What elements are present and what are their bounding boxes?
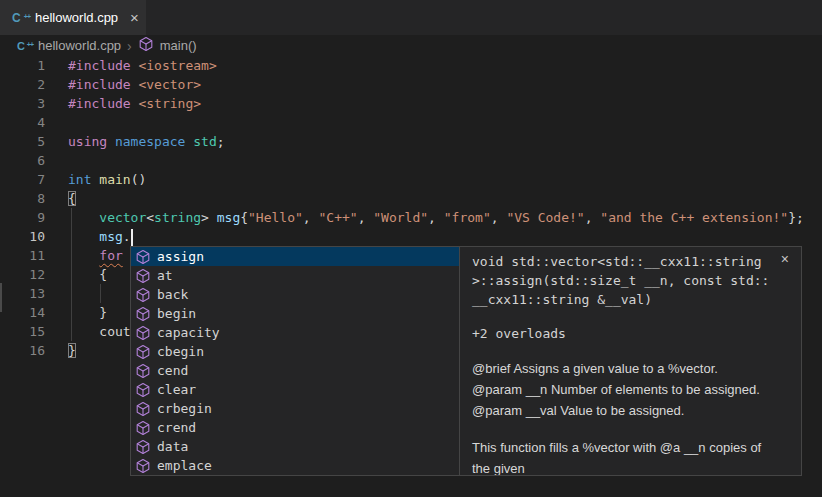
breadcrumb-symbol-icon-slot	[138, 36, 154, 55]
code-text: #include <iostream>	[68, 56, 217, 75]
code-text: for	[68, 246, 123, 265]
suggestion-label: clear	[157, 382, 196, 397]
code-line[interactable]: 8{	[0, 189, 822, 208]
line-number: 1	[0, 58, 68, 73]
code-text: #include <vector>	[68, 75, 201, 94]
code-text: msg.	[68, 227, 133, 246]
code-text: {	[68, 189, 76, 208]
line-number: 13	[0, 286, 68, 301]
close-icon[interactable]: ×	[781, 251, 789, 267]
suggestion-label: emplace	[157, 458, 212, 473]
suggestion-item[interactable]: crend	[131, 418, 459, 437]
signature-line: __cxx11::string &__val)	[472, 290, 789, 309]
method-icon	[135, 268, 151, 284]
code-text: vector<string> msg{"Hello", "C++", "Worl…	[68, 208, 804, 227]
code-text: using namespace std;	[68, 132, 225, 151]
method-icon	[135, 363, 151, 379]
suggestion-label: assign	[157, 249, 204, 264]
intellisense-suggest-widget: assign at back begin capacity cbegi	[130, 246, 802, 476]
suggestion-label: begin	[157, 306, 196, 321]
suggestion-item[interactable]: data	[131, 437, 459, 456]
method-icon	[135, 344, 151, 360]
suggestion-label: cbegin	[157, 344, 204, 359]
suggestion-item[interactable]: assign	[131, 247, 459, 266]
method-icon	[135, 420, 151, 436]
code-text: }	[68, 341, 76, 360]
suggestion-label: cend	[157, 363, 188, 378]
suggestion-item[interactable]: cend	[131, 361, 459, 380]
suggestion-item[interactable]: emplace	[131, 456, 459, 475]
doc-tags: @brief Assigns a given value to a %vecto…	[472, 358, 789, 421]
code-text: #include <string>	[68, 94, 201, 113]
method-icon	[135, 249, 151, 265]
suggest-list: assign at back begin capacity cbegi	[131, 247, 459, 475]
code-line[interactable]: 9 vector<string> msg{"Hello", "C++", "Wo…	[0, 208, 822, 227]
signature-line: >::assign(std::size_t __n, const std::	[472, 271, 789, 290]
code-text: }	[68, 303, 107, 322]
tab-bar: C++ helloworld.cpp ×	[0, 0, 822, 35]
suggestion-item[interactable]: back	[131, 285, 459, 304]
cpp-file-icon: C++	[12, 10, 29, 26]
code-line[interactable]: 2#include <vector>	[0, 75, 822, 94]
line-number: 8	[0, 191, 68, 206]
breadcrumb-file[interactable]: helloworld.cpp	[38, 38, 121, 53]
suggestion-label: crend	[157, 420, 196, 435]
doc-line: @param __n Number of elements to be assi…	[472, 379, 789, 400]
suggestion-label: back	[157, 287, 188, 302]
signature: void std::vector<std::__cxx11::string>::…	[472, 252, 789, 309]
indent-guide	[71, 208, 72, 341]
line-number: 3	[0, 96, 68, 111]
line-number: 10	[0, 229, 68, 244]
signature-line: void std::vector<std::__cxx11::string	[472, 252, 789, 271]
suggestion-label: at	[157, 268, 173, 283]
method-icon	[135, 458, 151, 474]
code-line[interactable]: 7int main()	[0, 170, 822, 189]
breadcrumb-symbol[interactable]: main()	[160, 38, 197, 53]
code-line[interactable]: 3#include <string>	[0, 94, 822, 113]
suggestion-item[interactable]: capacity	[131, 323, 459, 342]
tab-close-icon[interactable]: ×	[130, 10, 139, 25]
left-edge-scrollbar-sliver	[0, 283, 2, 312]
method-icon	[135, 325, 151, 341]
suggestion-item[interactable]: at	[131, 266, 459, 285]
doc-line: the given	[472, 458, 789, 475]
code-line[interactable]: 6	[0, 151, 822, 170]
indent-guide	[100, 284, 101, 303]
code-line[interactable]: 10 msg.	[0, 227, 822, 246]
suggestion-item[interactable]: crbegin	[131, 399, 459, 418]
code-line[interactable]: 1#include <iostream>	[0, 56, 822, 75]
suggestion-item[interactable]: cbegin	[131, 342, 459, 361]
code-line[interactable]: 5using namespace std;	[0, 132, 822, 151]
line-number: 6	[0, 153, 68, 168]
code-text: int main()	[68, 170, 146, 189]
line-number: 16	[0, 343, 68, 358]
method-icon	[135, 439, 151, 455]
method-icon	[135, 287, 151, 303]
line-number: 14	[0, 305, 68, 320]
code-text: cout	[68, 322, 131, 341]
doc-paragraph: This function fills a %vector with @a __…	[472, 437, 789, 475]
tab-helloworld-cpp[interactable]: C++ helloworld.cpp ×	[0, 0, 146, 35]
line-number: 12	[0, 267, 68, 282]
suggestion-item[interactable]: clear	[131, 380, 459, 399]
line-number: 2	[0, 77, 68, 92]
chevron-right-icon: ›	[127, 38, 132, 54]
line-number: 7	[0, 172, 68, 187]
doc-line: @brief Assigns a given value to a %vecto…	[472, 358, 789, 379]
line-number: 11	[0, 248, 68, 263]
method-icon	[138, 36, 154, 52]
line-number: 4	[0, 115, 68, 130]
vscode-window: C++ helloworld.cpp × C++ helloworld.cpp …	[0, 0, 822, 497]
line-number: 15	[0, 324, 68, 339]
code-line[interactable]: 4	[0, 113, 822, 132]
suggestion-item[interactable]: begin	[131, 304, 459, 323]
text-cursor	[131, 229, 133, 246]
tab-title: helloworld.cpp	[35, 10, 118, 25]
doc-line: @param __val Value to be assigned.	[472, 400, 789, 421]
cpp-file-icon: C++	[17, 38, 32, 54]
breadcrumb: C++ helloworld.cpp › main()	[0, 35, 822, 56]
doc-line: This function fills a %vector with @a __…	[472, 437, 789, 458]
line-number: 5	[0, 134, 68, 149]
line-number: 9	[0, 210, 68, 225]
suggestion-label: crbegin	[157, 401, 212, 416]
